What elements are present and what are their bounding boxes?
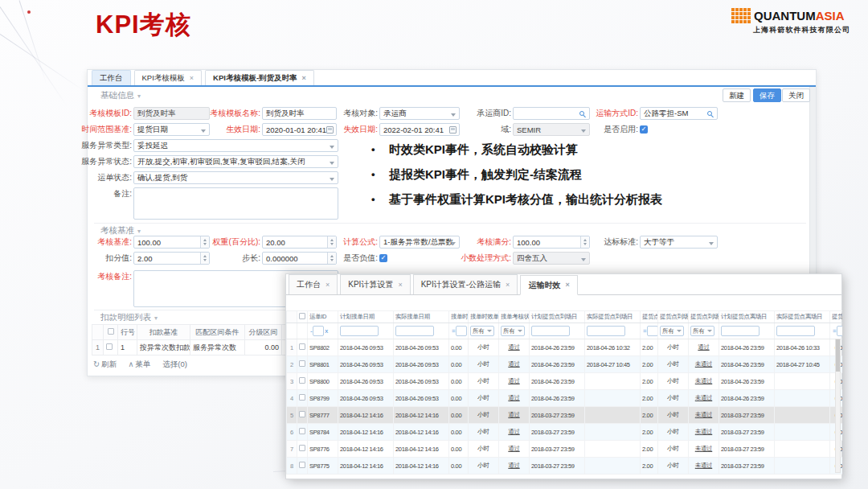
stepper-arrows[interactable] [327, 253, 336, 264]
table-row[interactable]: 3 SP8800 2018-04-26 09:53 2018-04-26 09:… [287, 373, 843, 390]
table-cell[interactable]: 通过 [689, 339, 719, 356]
time-basis-select[interactable]: 提货日期 [133, 123, 210, 136]
table-cell[interactable]: 未通过 [689, 373, 719, 390]
table-row[interactable]: 8 SP8775 2018-04-12 14:16 2018-04-12 14:… [287, 458, 843, 475]
table-row[interactable]: 6 SP8784 2018-04-12 14:16 2018-04-12 14:… [287, 424, 843, 441]
filter-input[interactable] [721, 326, 760, 336]
exception-status-select[interactable]: 开放,提交,初审,初审驳回,复审,复审驳回,结案,关闭 [133, 155, 338, 168]
table-scrollbar[interactable] [835, 339, 841, 473]
header-cell[interactable]: 提货点到场时效 [641, 311, 658, 323]
save-button[interactable]: 保存 [753, 88, 781, 102]
tab-kpi-template-detail[interactable]: KPI考核模板-到货及时率× [205, 70, 314, 85]
negative-checkbox[interactable]: ✓ [379, 254, 387, 262]
refresh-button[interactable]: ↻刷新 [93, 360, 117, 368]
table-cell[interactable]: 未通过 [689, 407, 719, 424]
header-cell[interactable]: 计划接单日期 [338, 311, 394, 323]
close-icon[interactable]: × [506, 281, 510, 289]
stepper-arrows[interactable] [580, 236, 589, 248]
expiry-date-input[interactable]: 2022-02-01 20:41 [379, 123, 460, 136]
effective-date-input[interactable]: 2020-01-01 20:41 [262, 123, 337, 136]
select-all-checkbox[interactable] [299, 313, 305, 319]
remark-textarea[interactable] [133, 187, 338, 220]
menu-button[interactable]: ∧菜单 [129, 360, 151, 368]
header-cell[interactable]: 实际接单日期 [394, 311, 449, 323]
row-checkbox[interactable] [299, 377, 305, 384]
step-stepper[interactable]: 0.000000 [262, 252, 337, 265]
calendar-icon[interactable] [449, 126, 457, 134]
new-button[interactable]: 新建 [723, 88, 751, 102]
table-cell[interactable]: 未通过 [689, 356, 719, 373]
row-checkbox[interactable] [299, 343, 305, 350]
header-cell[interactable]: 运单ID [308, 311, 338, 323]
table-row[interactable]: 2 SP8801 2018-04-26 09:53 2018-04-26 09:… [287, 356, 843, 373]
filter-select[interactable]: 所有 [660, 326, 684, 336]
calendar-icon[interactable] [326, 126, 334, 134]
search-icon[interactable] [579, 111, 584, 116]
standard-select[interactable]: 大于等于 [640, 236, 718, 249]
decimal-mode-select[interactable]: 四舍五入 [513, 252, 590, 265]
header-cell[interactable]: 提货点到场时效 [658, 311, 689, 323]
table-cell[interactable]: 通过 [499, 390, 530, 407]
header-cell[interactable]: 计划提货点离场日 [719, 311, 775, 323]
close-icon[interactable]: × [302, 75, 306, 82]
template-id-input[interactable]: 到货及时率 [133, 107, 210, 120]
template-name-input[interactable]: 到货及时率 [262, 107, 337, 120]
select-all-checkbox[interactable] [108, 328, 114, 335]
table-row[interactable]: 7 SP8776 2018-04-12 14:16 2018-04-12 14:… [287, 441, 843, 458]
row-checkbox[interactable] [299, 445, 305, 451]
row-checkbox[interactable] [299, 411, 305, 417]
transport-mode-input[interactable]: 公路零担-SM [640, 107, 718, 120]
search-icon[interactable] [707, 111, 712, 116]
header-cell[interactable]: 接单时效单位 [469, 311, 499, 323]
row-checkbox[interactable] [299, 360, 305, 367]
enabled-checkbox[interactable]: ✓ [640, 125, 648, 134]
tab-transport-aging[interactable]: 运输时效× [520, 275, 577, 295]
table-cell[interactable]: 通过 [499, 339, 530, 356]
close-icon[interactable]: × [565, 281, 569, 289]
table-cell[interactable]: 通过 [499, 407, 530, 424]
table-cell[interactable]: 通过 [499, 441, 530, 458]
header-cell[interactable]: 计划提货点到场日 [530, 311, 585, 323]
weight-stepper[interactable]: 20.00 [262, 236, 337, 249]
equals-op[interactable]: = [833, 327, 836, 335]
range-op[interactable]: - [310, 327, 312, 335]
row-checkbox[interactable] [299, 394, 305, 401]
close-icon[interactable]: × [398, 281, 402, 289]
assess-target-select[interactable]: 承运商 [379, 107, 460, 120]
close-button[interactable]: 关闭 [782, 88, 810, 102]
header-cell[interactable]: 实际提货点到场日 [585, 311, 641, 323]
tab-workbench[interactable]: 工作台 [92, 70, 131, 85]
filter-input[interactable] [647, 326, 657, 336]
filter-input[interactable] [395, 326, 434, 336]
stepper-arrows[interactable] [200, 253, 209, 264]
table-cell[interactable]: 通过 [499, 356, 530, 373]
table-cell[interactable]: 未通过 [689, 441, 719, 458]
header-cell[interactable]: 接单时效 [449, 311, 469, 323]
table-cell[interactable]: 通过 [499, 424, 530, 441]
chevron-down-icon[interactable]: ▾ [154, 314, 158, 322]
row-checkbox[interactable] [299, 428, 305, 434]
header-cell[interactable]: 实际提货点离场日 [775, 311, 830, 323]
header-cell[interactable]: 提货点到场考核 [689, 311, 719, 323]
header-cell[interactable]: 接单考核状态 [499, 311, 530, 323]
row-checkbox[interactable] [106, 343, 113, 350]
table-cell[interactable]: 通过 [499, 458, 530, 475]
filter-select[interactable]: 所有 [690, 326, 714, 336]
tab-kpi-template[interactable]: KPI考核模板× [134, 70, 203, 85]
table-row[interactable]: 4 SP8799 2018-04-26 09:53 2018-04-26 09:… [287, 390, 843, 407]
benchmark-base-stepper[interactable]: 100.00 [133, 236, 210, 249]
domain-select[interactable]: SEMIR [513, 123, 590, 136]
table-cell[interactable]: 未通过 [689, 390, 719, 407]
chevron-down-icon[interactable]: ▾ [137, 92, 141, 100]
carrier-id-input[interactable] [513, 107, 590, 120]
deduct-value-stepper[interactable]: 2.00 [133, 252, 210, 265]
table-row[interactable]: 1 SP8802 2018-04-26 09:53 2018-04-26 09:… [287, 339, 843, 356]
filter-input[interactable] [837, 326, 842, 336]
formula-select[interactable]: 1-服务异常数/总票数 [379, 236, 460, 249]
table-cell[interactable]: 未通过 [689, 458, 719, 475]
filter-input[interactable] [313, 326, 324, 336]
filter-input[interactable] [456, 326, 467, 336]
close-icon[interactable]: × [190, 75, 194, 82]
exception-type-select[interactable]: 妥投延迟 [133, 139, 338, 152]
equals-op[interactable]: = [452, 327, 455, 335]
